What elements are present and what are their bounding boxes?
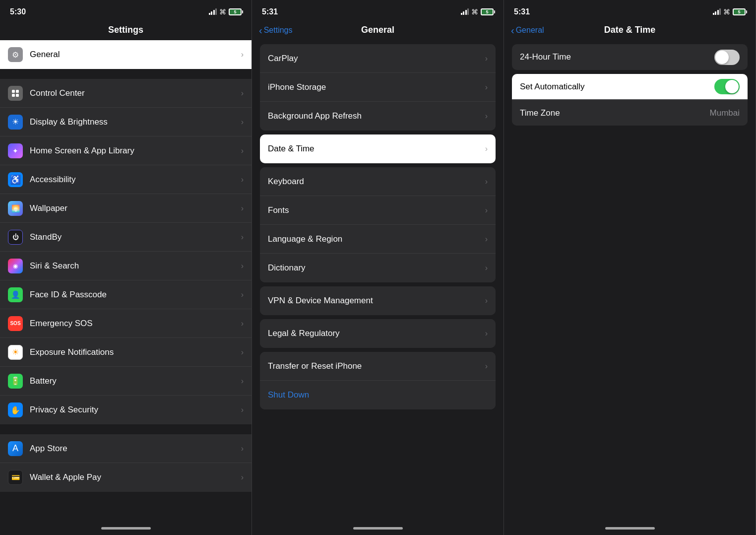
nav-back-label-2[interactable]: Settings (264, 26, 293, 35)
general-group-4: VPN & Device Management › (260, 286, 496, 315)
wallpaper-icon: 🌅 (8, 201, 23, 216)
list-item-vpn[interactable]: VPN & Device Management › (260, 286, 496, 315)
settings-panel: 5:30 ⌘ 5 Settings ⚙ (0, 0, 252, 535)
general-chevron: › (241, 50, 244, 59)
accessibility-icon: ♿ (8, 172, 23, 187)
list-item-dictionary[interactable]: Dictionary › (260, 254, 496, 282)
iphone-storage-label: iPhone Storage (268, 82, 485, 92)
battery-icon-2: 5 (481, 8, 494, 15)
list-item-privacy[interactable]: ✋ Privacy & Security › (0, 396, 252, 424)
standby-icon: ⏻ (8, 230, 23, 245)
dt-group-auto: Set Automatically Time Zone Mumbai (512, 74, 748, 126)
nav-title-1: Settings (108, 25, 143, 35)
home-bar-1 (101, 527, 151, 530)
control-center-icon (8, 86, 23, 101)
wifi-icon-1: ⌘ (219, 8, 226, 16)
dt-row-timezone[interactable]: Time Zone Mumbai (512, 100, 748, 126)
faceid-label: Face ID & Passcode (30, 290, 241, 300)
signal-icon-1 (209, 9, 217, 15)
list-item-general[interactable]: ⚙ General › (0, 40, 252, 69)
general-group-6: Transfer or Reset iPhone › Shut Down (260, 352, 496, 409)
vpn-label: VPN & Device Management (268, 296, 485, 306)
transfer-label: Transfer or Reset iPhone (268, 361, 485, 371)
nav-title-2: General (361, 25, 394, 35)
list-item-appstore[interactable]: A App Store › (0, 434, 252, 463)
timezone-value: Mumbai (710, 108, 740, 118)
set-auto-toggle[interactable] (714, 79, 740, 94)
battery-icon-1: 5 (229, 8, 242, 15)
list-item-shutdown[interactable]: Shut Down (260, 381, 496, 409)
sos-label: Emergency SOS (30, 319, 241, 329)
list-item-standby[interactable]: ⏻ StandBy › (0, 223, 252, 252)
keyboard-label: Keyboard (268, 177, 485, 187)
display-label: Display & Brightness (30, 117, 241, 127)
general-label: General (30, 50, 241, 60)
battery-label: Battery (30, 376, 241, 386)
list-item-keyboard[interactable]: Keyboard › (260, 167, 496, 196)
home-bar-2 (353, 527, 403, 530)
settings-list-2[interactable]: CarPlay › iPhone Storage › Background Ap… (252, 40, 504, 521)
dt-group: 24-Hour Time (512, 44, 748, 70)
status-icons-2: ⌘ 5 (461, 8, 494, 16)
svg-rect-0 (12, 90, 15, 93)
battery-list-icon: 🔋 (8, 374, 23, 389)
svg-rect-1 (16, 90, 19, 93)
24hour-toggle[interactable] (714, 50, 740, 65)
exposure-label: Exposure Notifications (30, 347, 241, 357)
list-item-iphone-storage[interactable]: iPhone Storage › (260, 73, 496, 102)
list-item-display[interactable]: ☀ Display & Brightness › (0, 108, 252, 136)
settings-list-1[interactable]: ⚙ General › Control Center › (0, 40, 252, 521)
list-item-carplay[interactable]: CarPlay › (260, 44, 496, 73)
section-group-general: ⚙ General › (0, 40, 252, 69)
list-item-bg-refresh[interactable]: Background App Refresh › (260, 102, 496, 131)
bg-refresh-label: Background App Refresh (268, 111, 485, 121)
list-item-homescreen[interactable]: ✦ Home Screen & App Library › (0, 136, 252, 165)
date-time-content: 24-Hour Time Set Automatically Time Zone (504, 40, 756, 521)
homescreen-label: Home Screen & App Library (30, 146, 241, 156)
list-item-siri[interactable]: ◉ Siri & Search › (0, 252, 252, 280)
list-item-sos[interactable]: SOS Emergency SOS › (0, 309, 252, 338)
dictionary-label: Dictionary (268, 263, 485, 273)
nav-bar-3: ‹ General Date & Time (504, 22, 756, 40)
wallet-icon: 💳 (8, 470, 23, 485)
list-item-legal[interactable]: Legal & Regulatory › (260, 319, 496, 348)
display-icon: ☀ (8, 115, 23, 130)
siri-label: Siri & Search (30, 261, 241, 271)
nav-title-3: Date & Time (604, 25, 656, 35)
status-time-2: 5:31 (262, 7, 278, 16)
list-item-wallpaper[interactable]: 🌅 Wallpaper › (0, 194, 252, 223)
nav-back-3[interactable]: ‹ General (511, 25, 544, 35)
list-item-faceid[interactable]: 👤 Face ID & Passcode › (0, 280, 252, 309)
general-group-1: CarPlay › iPhone Storage › Background Ap… (260, 44, 496, 131)
list-item-control-center[interactable]: Control Center › (0, 79, 252, 108)
general-icon: ⚙ (8, 47, 23, 62)
sos-icon: SOS (8, 316, 23, 331)
siri-icon: ◉ (8, 259, 23, 273)
list-item-accessibility[interactable]: ♿ Accessibility › (0, 165, 252, 194)
list-item-battery[interactable]: 🔋 Battery › (0, 367, 252, 396)
list-item-exposure[interactable]: ☀ Exposure Notifications › (0, 338, 252, 367)
nav-back-label-3[interactable]: General (516, 26, 544, 35)
status-icons-3: ⌘ 5 (713, 8, 746, 16)
list-item-fonts[interactable]: Fonts › (260, 196, 496, 225)
general-group-3: Keyboard › Fonts › Language & Region › D… (260, 167, 496, 282)
status-bar-1: 5:30 ⌘ 5 (0, 0, 252, 22)
section-group-main: Control Center › ☀ Display & Brightness … (0, 79, 252, 424)
list-item-date-time[interactable]: Date & Time › (260, 134, 496, 163)
dt-row-24hour[interactable]: 24-Hour Time (512, 44, 748, 70)
svg-rect-3 (16, 94, 19, 97)
list-item-wallet[interactable]: 💳 Wallet & Apple Pay › (0, 463, 252, 492)
battery-icon-3: 5 (733, 8, 746, 15)
status-bar-2: 5:31 ⌘ 5 (252, 0, 504, 22)
status-time-1: 5:30 (10, 7, 26, 16)
svg-rect-2 (12, 94, 15, 97)
legal-label: Legal & Regulatory (268, 329, 485, 338)
nav-back-2[interactable]: ‹ Settings (259, 25, 292, 35)
wallet-label: Wallet & Apple Pay (30, 472, 241, 482)
list-item-transfer[interactable]: Transfer or Reset iPhone › (260, 352, 496, 381)
list-item-language[interactable]: Language & Region › (260, 225, 496, 254)
dt-row-set-auto[interactable]: Set Automatically (512, 74, 748, 100)
shutdown-label[interactable]: Shut Down (268, 390, 488, 400)
signal-icon-2 (461, 9, 469, 15)
standby-label: StandBy (30, 232, 241, 242)
